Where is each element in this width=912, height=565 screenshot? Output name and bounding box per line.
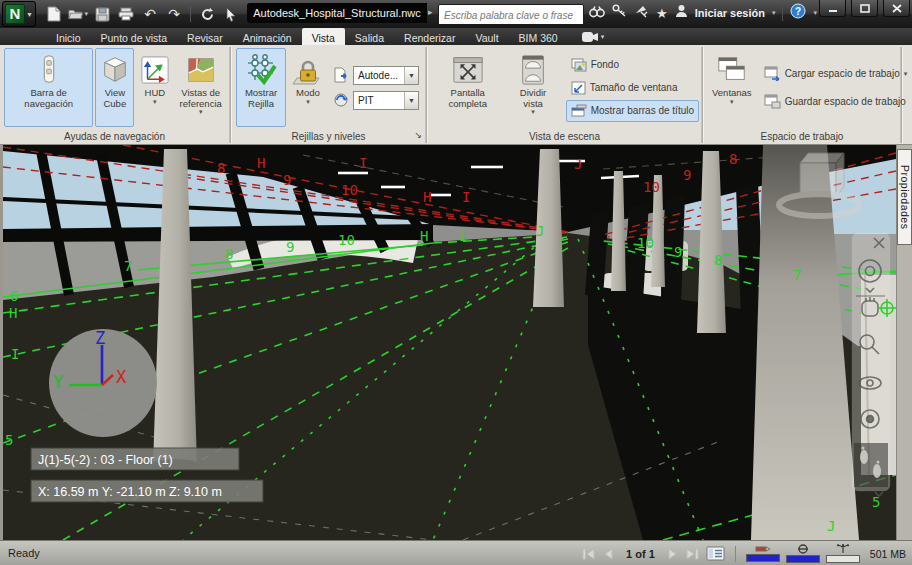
properties-panel-tab[interactable]: Propiedades	[897, 149, 912, 245]
svg-text:H: H	[423, 189, 431, 205]
reference-views-button[interactable]: Vistas de referencia ▾	[175, 48, 226, 127]
button-label: Pantalla completa	[436, 88, 499, 109]
background-button[interactable]: Fondo	[566, 54, 699, 76]
svg-text:I: I	[459, 228, 467, 244]
refresh-button[interactable]	[197, 4, 217, 24]
web-progress-bar	[826, 555, 860, 563]
toolbar-separator	[782, 6, 783, 21]
button-label: Fondo	[591, 59, 619, 70]
show-grid-button[interactable]: Mostrar Rejilla	[236, 48, 286, 127]
export-levels-icon[interactable]	[333, 67, 349, 83]
fullscreen-button[interactable]: Pantalla completa	[432, 48, 503, 127]
close-icon	[892, 4, 902, 13]
undo-button[interactable]: ↶	[140, 4, 160, 24]
print-button[interactable]	[116, 4, 136, 24]
tab-salida[interactable]: Salida	[345, 28, 394, 45]
tab-punto-de-vista[interactable]: Punto de vista	[91, 28, 178, 45]
pencil-icon	[755, 545, 771, 553]
grid-source-combobox[interactable]: Autode... ▼	[353, 66, 419, 85]
infocenter-search[interactable]	[438, 4, 584, 23]
title-expand-icon[interactable]: ▸	[428, 7, 433, 17]
3d-viewport[interactable]: Z Y X 8 H 9 10 I H I J 10 9 8	[0, 145, 896, 540]
new-file-icon	[47, 6, 61, 22]
open-file-button[interactable]: ▾	[68, 4, 88, 24]
button-label: Cargar espacio de trabajo	[785, 68, 900, 79]
button-label: Dividir vista	[509, 88, 556, 109]
tab-vault[interactable]: Vault	[465, 28, 508, 45]
last-sheet-button[interactable]	[685, 547, 700, 561]
quick-access-toolbar: ▾ ↶ ↷ ▼	[44, 4, 265, 24]
search-input[interactable]	[439, 7, 583, 24]
subscription-button[interactable]	[612, 4, 627, 22]
search-button[interactable]	[589, 4, 605, 22]
tab-animacion[interactable]: Animación	[233, 28, 302, 45]
select-button[interactable]	[221, 4, 241, 24]
next-sheet-button[interactable]	[667, 547, 679, 561]
chevron-down-icon: ▾	[531, 109, 535, 115]
svg-text:8: 8	[217, 160, 225, 176]
navisworks-window: N ▼ ▾ ↶ ↷	[0, 0, 912, 565]
map-icon	[186, 52, 216, 88]
favorites-button[interactable]: ★	[656, 6, 668, 21]
dialog-launcher-icon[interactable]: ↘	[414, 130, 422, 140]
chevron-down-icon[interactable]: ▾	[813, 9, 817, 17]
panel-label: Rejillas y niveles ↘	[232, 128, 425, 144]
level-combobox[interactable]: PIT ▼	[353, 91, 419, 110]
record-video-button[interactable]: ▾	[582, 28, 605, 45]
hud-item-text: J(1)-5(-2) : 03 - Floor (1)	[38, 453, 173, 467]
panel-label: Espacio de trabajo	[704, 128, 900, 144]
minimize-icon	[828, 4, 838, 13]
hud-button[interactable]: HUD ▾	[136, 48, 173, 127]
tab-revisar[interactable]: Revisar	[177, 28, 233, 45]
help-button[interactable]: ?	[790, 3, 806, 23]
save-button[interactable]	[92, 4, 112, 24]
tab-inicio[interactable]: Inicio	[46, 28, 91, 45]
sign-in-button[interactable]: Iniciar sesión	[695, 7, 765, 19]
split-view-icon	[519, 52, 547, 88]
grid-mode-button[interactable]: Modo ▾	[288, 48, 328, 127]
load-workspace-button[interactable]: Cargar espacio de trabajo ▾	[759, 63, 912, 85]
application-menu-button[interactable]: N ▼	[2, 1, 36, 27]
navigation-bar-button[interactable]: Barra de navegación	[4, 48, 93, 127]
svg-text:?: ?	[795, 6, 801, 17]
chevron-down-icon[interactable]: ▾	[772, 9, 776, 17]
maximize-button[interactable]	[851, 0, 878, 17]
svg-text:7: 7	[124, 258, 132, 274]
redo-button[interactable]: ↷	[164, 4, 184, 24]
panel-espacio-trabajo: Ventanas ▾ Cargar espacio de trabajo ▾ G…	[704, 45, 900, 144]
show-title-bars-button[interactable]: Mostrar barras de título	[566, 100, 699, 122]
infocenter-bar: ★ Iniciar sesión ▾ ? ▾	[589, 2, 817, 24]
button-label: Modo	[296, 88, 320, 99]
viewcube-button[interactable]: View Cube	[95, 48, 134, 127]
minimize-button[interactable]	[819, 0, 846, 17]
new-file-button[interactable]	[44, 4, 64, 24]
svg-text:9: 9	[283, 172, 291, 188]
communication-center-button[interactable]	[634, 4, 649, 22]
chevron-down-icon: ▾	[199, 109, 203, 115]
tab-vista[interactable]: Vista	[302, 28, 345, 45]
sheet-browser-button[interactable]	[706, 546, 725, 561]
active-level-icon[interactable]	[333, 92, 349, 108]
close-button[interactable]	[883, 0, 910, 17]
window-size-button[interactable]: Tamaño de ventana	[566, 77, 699, 99]
tab-renderizar[interactable]: Renderizar	[394, 28, 465, 45]
load-workspace-icon	[764, 66, 781, 81]
svg-text:H: H	[420, 228, 428, 244]
combobox-value: PIT	[354, 92, 404, 109]
antenna-icon	[836, 544, 850, 554]
split-view-button[interactable]: Dividir vista ▾	[505, 48, 560, 127]
windows-button[interactable]: Ventanas ▾	[708, 48, 756, 127]
chevron-down-icon[interactable]: ▼	[404, 67, 418, 84]
help-icon: ?	[790, 3, 806, 19]
axis-y-label: Y	[53, 372, 63, 392]
hud-axes-icon	[141, 52, 169, 88]
user-icon	[675, 4, 688, 22]
save-workspace-button[interactable]: Guardar espacio de trabajo	[759, 91, 912, 113]
scene-area: Z Y X 8 H 9 10 I H I J 10 9 8	[0, 145, 912, 540]
first-sheet-button[interactable]	[581, 547, 596, 561]
tab-bim-360[interactable]: BIM 360	[509, 28, 568, 45]
previous-sheet-button[interactable]	[602, 547, 614, 561]
chevron-down-icon[interactable]: ▼	[404, 92, 418, 109]
panel-rejillas-niveles: Mostrar Rejilla Modo ▾ Autode... ▼	[232, 45, 425, 144]
walk-tool-button[interactable]	[854, 443, 888, 487]
